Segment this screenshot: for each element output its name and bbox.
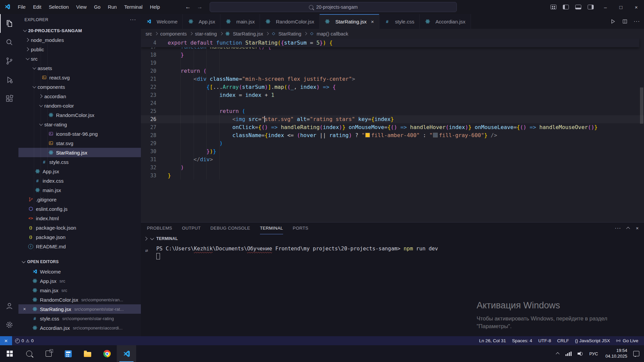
hidden-icons-chevron[interactable] bbox=[554, 352, 562, 355]
activity-source-control[interactable] bbox=[0, 52, 18, 70]
eol-setting[interactable]: CRLF bbox=[554, 336, 572, 345]
breadcrumb-star-rating[interactable]: star-rating bbox=[195, 31, 217, 37]
open-editor-style-css[interactable]: #style.csssrc\components\star-rating bbox=[18, 314, 141, 323]
code-line-18[interactable]: 18 } bbox=[141, 51, 644, 59]
code-line-28[interactable]: 28 className={index <= (hover || rating)… bbox=[141, 131, 644, 139]
remote-indicator[interactable] bbox=[0, 336, 12, 345]
code-line-25[interactable]: 25 return ( bbox=[141, 107, 644, 115]
tree-item-node-modules[interactable]: node_modules bbox=[18, 35, 141, 45]
network-icon[interactable] bbox=[562, 352, 575, 356]
breadcrumb-components[interactable]: components bbox=[160, 31, 187, 37]
taskbar-search-button[interactable] bbox=[19, 345, 39, 362]
breadcrumb-starrating[interactable]: StarRating bbox=[278, 31, 302, 37]
clock[interactable]: 19:54 04.10.2025 bbox=[601, 348, 631, 359]
tree-item-readme-md[interactable]: iREADME.md bbox=[18, 242, 141, 251]
panel-collapse-icon[interactable] bbox=[144, 237, 147, 240]
indentation-setting[interactable]: Spaces: 4 bbox=[509, 336, 535, 345]
tab-welcome[interactable]: Welcome bbox=[141, 14, 183, 29]
forward-arrow-icon[interactable]: → bbox=[197, 4, 203, 10]
code-line-31[interactable]: 31 </div> bbox=[141, 156, 644, 164]
tree-item-randomcolor-jsx[interactable]: RandomColor.jsx bbox=[18, 110, 141, 120]
sticky-scroll-line[interactable]: 4export default function StarRating({sta… bbox=[141, 39, 639, 47]
code-line-21[interactable]: 21 <div className="min-h-screen flex jus… bbox=[141, 75, 644, 83]
go-live-button[interactable]: Go Live bbox=[613, 336, 641, 345]
close-tab-icon[interactable]: × bbox=[371, 19, 374, 24]
panel-tab-ports[interactable]: PORTS bbox=[293, 223, 309, 234]
open-editor-randomcolor-jsx[interactable]: RandomColor.jsxsrc\components\ran... bbox=[18, 295, 141, 304]
activity-search[interactable] bbox=[0, 33, 18, 52]
open-editor-starrating-jsx[interactable]: ×StarRating.jsxsrc\components\star-rat..… bbox=[18, 304, 141, 314]
menu-run[interactable]: Run bbox=[104, 4, 121, 10]
toggle-sidebar-icon[interactable] bbox=[563, 5, 569, 10]
toggle-secondary-sidebar-icon[interactable] bbox=[588, 5, 594, 10]
tree-item-react-svg[interactable]: react.svg bbox=[18, 73, 141, 82]
open-editors-header[interactable]: OPEN EDITORS bbox=[18, 257, 141, 267]
more-panel-actions-icon[interactable]: ··· bbox=[615, 225, 621, 231]
notification-center-icon[interactable] bbox=[633, 351, 639, 356]
open-editor-main-jsx[interactable]: main.jsxsrc bbox=[18, 286, 141, 295]
code-line-27[interactable]: 27 onClick={() => handleRating(index)} o… bbox=[141, 123, 644, 131]
open-editor-accordian-jsx[interactable]: Accordian.jsxsrc\components\accordi... bbox=[18, 323, 141, 333]
code-line-33[interactable]: 33} bbox=[141, 172, 644, 180]
breadcrumb-src[interactable]: src bbox=[146, 31, 152, 37]
code-line-32[interactable]: 32 ) bbox=[141, 164, 644, 172]
more-actions-icon[interactable]: ··· bbox=[130, 17, 136, 23]
maximize-button[interactable]: □ bbox=[613, 0, 629, 14]
toggle-panel-icon[interactable] bbox=[575, 5, 581, 10]
customize-layout-icon[interactable] bbox=[550, 5, 556, 10]
encoding-setting[interactable]: UTF-8 bbox=[535, 336, 554, 345]
code-line-23[interactable]: 23 index = index + 1 bbox=[141, 91, 644, 99]
breadcrumb-map-callback[interactable]: map() callback bbox=[317, 31, 348, 37]
run-file-icon[interactable] bbox=[609, 18, 616, 25]
volume-icon[interactable] bbox=[575, 352, 586, 356]
panel-tab-debug-console[interactable]: DEBUG CONSOLE bbox=[210, 223, 250, 234]
code-line-22[interactable]: 22 {[...Array(starSum)].map((_, index) =… bbox=[141, 83, 644, 91]
maximize-panel-icon[interactable] bbox=[626, 227, 630, 231]
cursor-position[interactable]: Ln 26, Col 31 bbox=[476, 336, 509, 345]
tree-item-assets[interactable]: assets bbox=[18, 63, 141, 73]
tree-item-starrating-jsx[interactable]: StarRating.jsx bbox=[18, 148, 141, 157]
tree-item-eslint-config-js[interactable]: eslint.config.js bbox=[18, 204, 141, 214]
chevron-down-icon[interactable] bbox=[150, 236, 154, 240]
tree-item-package-lock-json[interactable]: {}package-lock.json bbox=[18, 223, 141, 232]
split-editor-icon[interactable] bbox=[622, 18, 628, 24]
open-editor-welcome[interactable]: Welcome bbox=[18, 267, 141, 276]
tree-item-style-css[interactable]: #style.css bbox=[18, 157, 141, 167]
code-line-20[interactable]: 20 return ( bbox=[141, 67, 644, 75]
menu-go[interactable]: Go bbox=[90, 4, 104, 10]
menu-help[interactable]: Help bbox=[146, 4, 164, 10]
tab-main-jsx[interactable]: main.jsx bbox=[220, 14, 260, 29]
tree-item-accordian[interactable]: accordian bbox=[18, 92, 141, 101]
tree-item-src[interactable]: src bbox=[18, 54, 141, 63]
tree-item-star-svg[interactable]: star.svg bbox=[18, 138, 141, 148]
menu-file[interactable]: File bbox=[14, 4, 29, 10]
tree-item-index-css[interactable]: #index.css bbox=[18, 176, 141, 185]
tree-item-public[interactable]: public bbox=[18, 45, 141, 54]
tree-item-app-jsx[interactable]: App.jsx bbox=[18, 167, 141, 176]
start-button[interactable] bbox=[0, 345, 19, 362]
editor-scrollbar[interactable] bbox=[640, 87, 643, 124]
tab-starrating-jsx[interactable]: StarRating.jsx× bbox=[320, 14, 379, 29]
close-editor-icon[interactable]: × bbox=[23, 306, 32, 312]
tree-item-random-color[interactable]: random-color bbox=[18, 101, 141, 110]
tab-style-css[interactable]: #style.css bbox=[379, 14, 420, 29]
code-line-29[interactable]: 29 ) bbox=[141, 139, 644, 147]
open-editor-app-jsx[interactable]: App.jsxsrc bbox=[18, 276, 141, 286]
more-editor-actions-icon[interactable]: ··· bbox=[634, 18, 640, 24]
command-center-search[interactable]: 20-projects-sangam bbox=[210, 2, 457, 12]
tree-item-star-rating[interactable]: star-rating bbox=[18, 120, 141, 129]
code-line-30[interactable]: 30 })} bbox=[141, 147, 644, 156]
panel-tab-output[interactable]: OUTPUT bbox=[182, 223, 201, 234]
tree-item-icons8-star-96-png[interactable]: icons8-star-96.png bbox=[18, 129, 141, 138]
tab-accordian-jsx[interactable]: Accordian.jsx bbox=[420, 14, 471, 29]
language-mode[interactable]: {} JavaScript JSX bbox=[572, 336, 613, 345]
minimize-button[interactable]: – bbox=[598, 0, 613, 14]
language-indicator[interactable]: РУС bbox=[586, 351, 601, 356]
code-line-24[interactable]: 24 bbox=[141, 99, 644, 107]
tree-item-index-html[interactable]: <>index.html bbox=[18, 214, 141, 223]
activity-settings[interactable] bbox=[0, 315, 18, 334]
vscode-taskbar-icon[interactable] bbox=[117, 345, 136, 362]
breadcrumb-starrating-jsx[interactable]: StarRating.jsx bbox=[233, 31, 263, 37]
activity-run-and-debug[interactable] bbox=[0, 70, 18, 89]
code-line-26[interactable]: 26 <img src="star.svg" alt="rating stars… bbox=[141, 115, 644, 123]
